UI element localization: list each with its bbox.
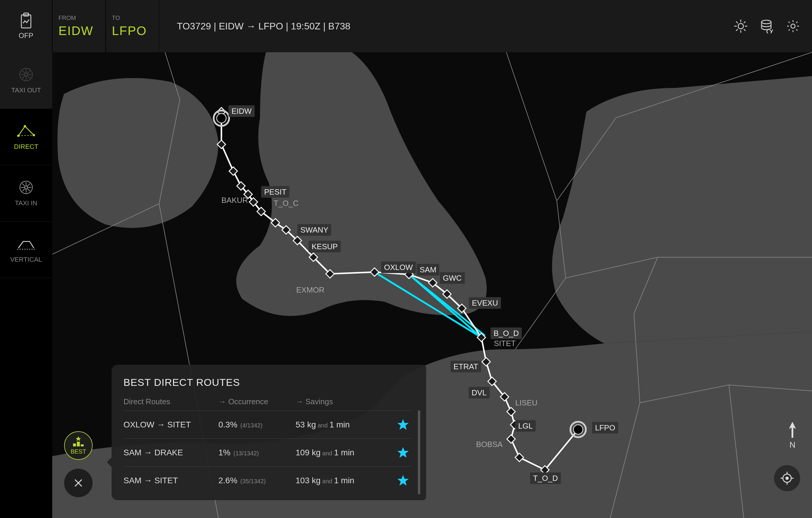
direct-route-icon bbox=[17, 123, 36, 139]
svg-line-33 bbox=[22, 184, 25, 186]
clipboard-icon bbox=[19, 12, 33, 29]
close-panel-button[interactable] bbox=[64, 469, 93, 497]
best-routes-button[interactable]: BEST bbox=[64, 431, 93, 460]
route-occurrence: 0.3%(4/1342) bbox=[219, 420, 296, 430]
svg-rect-81 bbox=[81, 444, 84, 446]
waypoint-label: OXLOW bbox=[381, 262, 416, 273]
star-icon bbox=[397, 446, 409, 459]
best-direct-routes-panel: BEST DIRECT ROUTES Direct Routes → Occur… bbox=[112, 365, 426, 500]
svg-point-11 bbox=[761, 20, 771, 24]
from-airport[interactable]: FROM EIDW bbox=[52, 0, 106, 52]
favorite-button[interactable] bbox=[394, 474, 412, 487]
sidebar-item-direct[interactable]: DIRECT bbox=[0, 109, 52, 165]
col-routes: Direct Routes bbox=[123, 397, 219, 406]
col-occurrence: → Occurrence bbox=[219, 397, 296, 406]
compass: N bbox=[788, 422, 797, 450]
compass-n: N bbox=[789, 440, 795, 450]
star-icon bbox=[397, 418, 409, 431]
waypoint-label: BAKUR bbox=[219, 195, 251, 206]
database-refresh-icon[interactable] bbox=[760, 19, 774, 33]
svg-line-7 bbox=[736, 22, 737, 23]
svg-point-69 bbox=[573, 425, 583, 434]
waypoint-label: EVEXU bbox=[469, 297, 501, 309]
sidebar-item-taxi-out[interactable]: TAXI OUT bbox=[0, 52, 52, 109]
svg-marker-85 bbox=[397, 447, 409, 458]
route-savings: 103 kgand1 min bbox=[296, 476, 394, 485]
sun-icon[interactable] bbox=[734, 19, 748, 33]
sidebar-label: TAXI IN bbox=[15, 199, 37, 207]
sidebar-item-taxi-in[interactable]: TAXI IN bbox=[0, 165, 52, 222]
svg-line-23 bbox=[19, 135, 34, 136]
svg-line-22 bbox=[27, 71, 30, 73]
svg-line-36 bbox=[27, 184, 30, 186]
route-name: SAM → DRAKE bbox=[123, 448, 219, 457]
svg-rect-62 bbox=[507, 435, 515, 443]
favorite-button[interactable] bbox=[394, 446, 412, 459]
turbine-icon bbox=[17, 180, 36, 195]
from-label: FROM bbox=[58, 15, 99, 21]
turbine-icon bbox=[17, 67, 36, 82]
sidebar: TAXI OUT DIRECT TAXI IN VERTICAL bbox=[0, 52, 52, 518]
sidebar-label: TAXI OUT bbox=[11, 86, 41, 94]
close-icon bbox=[72, 478, 85, 488]
route-savings: 109 kgand1 min bbox=[296, 448, 394, 457]
panel-scroll[interactable]: OXLOW → SITET 0.3%(4/1342) 53 kgand1 min… bbox=[123, 410, 420, 494]
direct-route-row[interactable]: OXLOW → SITET 0.3%(4/1342) 53 kgand1 min bbox=[123, 410, 412, 438]
svg-point-28 bbox=[25, 186, 28, 189]
crosshair-icon bbox=[780, 471, 794, 485]
map-view[interactable]: EIDWPESITSWANYKESUPOXLOWSAMGWCEVEXUB_O_D… bbox=[52, 52, 812, 518]
svg-line-35 bbox=[22, 189, 25, 191]
svg-line-34 bbox=[27, 189, 30, 191]
ofp-button[interactable]: OFP bbox=[0, 0, 52, 52]
svg-point-12 bbox=[791, 24, 795, 28]
flight-summary: TO3729 | EIDW → LFPO | 19:50Z | B738 bbox=[159, 0, 734, 52]
waypoint-label: KESUP bbox=[309, 241, 341, 252]
col-savings: → Savings bbox=[296, 397, 420, 406]
panel-title: BEST DIRECT ROUTES bbox=[123, 377, 420, 388]
sidebar-item-vertical[interactable]: VERTICAL bbox=[0, 222, 52, 278]
to-label: TO bbox=[112, 15, 153, 21]
to-airport[interactable]: TO LFPO bbox=[106, 0, 159, 52]
waypoint-label: DVL bbox=[469, 387, 490, 398]
svg-line-20 bbox=[27, 76, 30, 78]
favorite-button[interactable] bbox=[394, 418, 412, 431]
svg-rect-80 bbox=[77, 442, 80, 446]
waypoint-label: T_O_D bbox=[530, 472, 561, 484]
header-actions bbox=[734, 0, 812, 52]
waypoint-label: GWC bbox=[440, 272, 465, 284]
sidebar-label: VERTICAL bbox=[10, 256, 42, 264]
locate-button[interactable] bbox=[774, 465, 800, 491]
waypoint-label: SITET bbox=[491, 338, 519, 349]
route-name: SAM → SITET bbox=[123, 476, 219, 485]
svg-rect-51 bbox=[370, 268, 379, 276]
waypoint-label: SAM bbox=[417, 264, 439, 276]
direct-route-row[interactable]: SAM → DRAKE 1%(13/1342) 109 kgand1 min bbox=[123, 438, 412, 466]
waypoint-label: EXMOR bbox=[293, 284, 327, 296]
podium-icon bbox=[72, 436, 85, 447]
svg-line-9 bbox=[736, 29, 737, 31]
to-code: LFPO bbox=[112, 24, 153, 38]
svg-line-19 bbox=[22, 71, 25, 73]
svg-marker-86 bbox=[397, 475, 409, 486]
svg-marker-78 bbox=[76, 436, 81, 441]
svg-point-25 bbox=[24, 125, 26, 128]
waypoint-label: LISEU bbox=[512, 397, 541, 409]
svg-point-67 bbox=[216, 113, 226, 123]
svg-rect-71 bbox=[791, 427, 793, 438]
waypoint-label: T_O_C bbox=[271, 197, 301, 209]
svg-line-10 bbox=[744, 22, 745, 23]
svg-point-14 bbox=[25, 73, 28, 76]
svg-point-24 bbox=[17, 135, 20, 137]
from-code: EIDW bbox=[58, 24, 99, 38]
waypoint-label: LGL bbox=[515, 420, 536, 432]
north-arrow-icon bbox=[788, 422, 797, 438]
panel-caret bbox=[107, 457, 112, 467]
sidebar-label: DIRECT bbox=[14, 143, 38, 151]
waypoint-label: ETRAT bbox=[451, 361, 481, 373]
route-occurrence: 2.6%(35/1342) bbox=[219, 476, 296, 485]
gear-icon[interactable] bbox=[786, 19, 800, 33]
svg-point-2 bbox=[738, 24, 744, 29]
header: OFP FROM EIDW TO LFPO TO3729 | EIDW → LF… bbox=[0, 0, 812, 52]
svg-line-21 bbox=[22, 76, 25, 78]
direct-route-row[interactable]: SAM → SITET 2.6%(35/1342) 103 kgand1 min bbox=[123, 466, 412, 494]
